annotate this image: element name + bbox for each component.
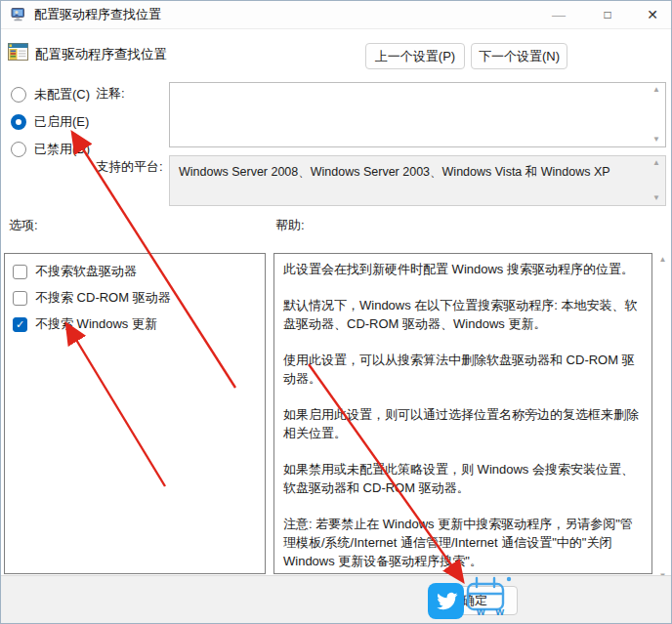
supported-on-label: 支持的平台: (96, 158, 163, 176)
comment-scrollbar[interactable]: ▲ ▼ (650, 85, 663, 145)
checkbox-label: 不搜索 Windows 更新 (35, 315, 157, 333)
scroll-up-icon[interactable]: ▲ (652, 85, 660, 95)
checkbox-label: 不搜索 CD-ROM 驱动器 (35, 289, 171, 307)
maximize-icon: □ (604, 8, 610, 21)
computer-monitor-icon (11, 7, 26, 22)
checkbox-no-floppy[interactable]: 不搜索软盘驱动器 (13, 263, 137, 280)
help-panel: 此设置会在找到新硬件时配置 Windows 搜索驱动程序的位置。 默认情况下，W… (273, 253, 652, 574)
platform-scrollbar[interactable]: ▲ ▼ (650, 158, 663, 203)
radio-label: 已禁用(D) (34, 141, 90, 158)
radio-disabled[interactable]: 已禁用(D) (11, 141, 90, 158)
options-panel: 不搜索软盘驱动器 不搜索 CD-ROM 驱动器 ✓ 不搜索 Windows 更新 (4, 253, 266, 574)
title-bar: 配置驱动程序查找位置 — □ ✕ (1, 1, 671, 29)
help-scrollbar[interactable]: ▲ ▼ (655, 255, 670, 581)
scroll-down-icon[interactable]: ▼ (652, 135, 660, 145)
next-setting-button[interactable]: 下一个设置(N) (471, 43, 567, 69)
radio-label: 已启用(E) (34, 113, 89, 131)
help-text: 此设置会在找到新硬件时配置 Windows 搜索驱动程序的位置。 默认情况下，W… (274, 254, 651, 574)
previous-setting-button[interactable]: 上一个设置(P) (365, 43, 465, 69)
close-icon: ✕ (647, 7, 658, 22)
help-paragraph: 注意: 若要禁止在 Windows 更新中搜索驱动程序，另请参阅"管理模板/系统… (283, 515, 643, 570)
supported-platforms-box: Windows Server 2008、Windows Server 2003、… (169, 155, 666, 206)
setting-title: 配置驱动程序查找位置 (35, 46, 167, 63)
help-label: 帮助: (275, 217, 305, 234)
comment-label: 注释: (96, 85, 125, 103)
minimize-icon: — (552, 7, 566, 22)
maximize-button[interactable]: □ (587, 1, 628, 28)
checkbox-unchecked-icon (13, 265, 27, 279)
radio-label: 未配置(C) (34, 86, 90, 104)
help-paragraph: 如果禁用或未配置此策略设置，则 Windows 会搜索安装位置、软盘驱动器和 C… (283, 460, 643, 497)
scroll-up-icon[interactable]: ▲ (652, 158, 660, 168)
checkbox-checked-icon: ✓ (13, 317, 27, 332)
policy-document-icon (8, 42, 28, 62)
twitter-bird-icon (433, 588, 459, 614)
scroll-down-icon[interactable]: ▼ (652, 193, 660, 203)
minimize-button[interactable]: — (538, 1, 579, 28)
options-label: 选项: (9, 217, 38, 234)
radio-selected-icon (11, 114, 26, 130)
window-title: 配置驱动程序查找位置 (34, 1, 161, 27)
help-paragraph: 使用此设置，可以从搜索算法中删除软盘驱动器和 CD-ROM 驱动器。 (283, 351, 643, 388)
comment-textarea[interactable]: ▲ ▼ (169, 82, 666, 147)
policy-setting-dialog: 配置驱动程序查找位置 — □ ✕ 配置驱动程序查找位置 上一个设置(P) 下一个… (0, 0, 672, 624)
radio-not-configured[interactable]: 未配置(C) (11, 86, 90, 104)
help-paragraph: 如果启用此设置，则可以通过选择位置名称旁边的复选框来删除相关位置。 (283, 405, 643, 442)
watermark-text: w w (477, 605, 508, 617)
checkbox-unchecked-icon (13, 291, 27, 306)
help-paragraph: 默认情况下，Windows 在以下位置搜索驱动程序: 本地安装、软盘驱动器、CD… (283, 296, 643, 333)
checkbox-label: 不搜索软盘驱动器 (35, 263, 137, 280)
radio-enabled[interactable]: 已启用(E) (11, 113, 89, 131)
help-paragraph: 此设置会在找到新硬件时配置 Windows 搜索驱动程序的位置。 (283, 260, 643, 278)
supported-platforms-value: Windows Server 2008、Windows Server 2003、… (179, 165, 610, 179)
twitter-watermark (428, 583, 464, 619)
scroll-up-icon[interactable]: ▲ (659, 255, 667, 265)
dialog-footer (1, 575, 671, 624)
radio-circle-icon (11, 142, 26, 157)
radio-circle-icon (11, 87, 26, 103)
close-button[interactable]: ✕ (632, 1, 672, 28)
checkbox-no-cdrom[interactable]: 不搜索 CD-ROM 驱动器 (13, 289, 171, 307)
checkbox-no-windows-update[interactable]: ✓ 不搜索 Windows 更新 (13, 315, 157, 333)
